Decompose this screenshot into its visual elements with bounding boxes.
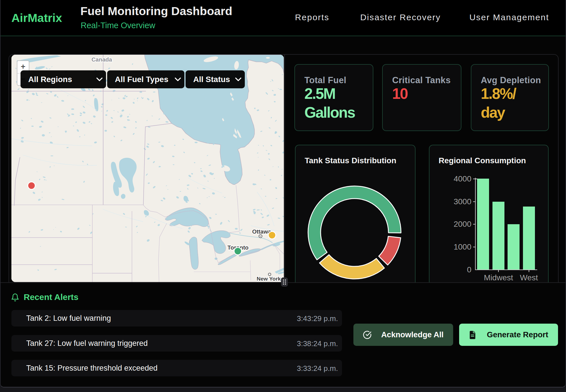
svg-text:1000: 1000: [454, 242, 471, 251]
svg-text:3000: 3000: [454, 197, 471, 206]
svg-text:Midwest: Midwest: [484, 273, 513, 282]
svg-text:New York: New York: [257, 276, 281, 282]
svg-text:4000: 4000: [454, 174, 471, 183]
svg-text:West: West: [520, 273, 538, 282]
svg-text:Canada: Canada: [91, 56, 112, 63]
svg-text:2000: 2000: [454, 220, 471, 228]
svg-text:0: 0: [467, 265, 471, 274]
